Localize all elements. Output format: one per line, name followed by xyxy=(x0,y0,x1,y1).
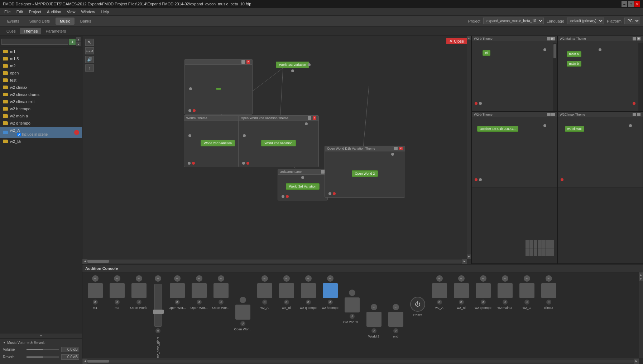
channel-fader[interactable] xyxy=(235,305,250,320)
channel-fader[interactable] xyxy=(301,283,316,298)
channel-minus[interactable]: − xyxy=(393,304,399,310)
arrow[interactable]: ↺ xyxy=(262,300,267,305)
channel-fader[interactable] xyxy=(519,283,534,298)
menu-view[interactable]: View xyxy=(64,9,78,15)
arrow-left-m1[interactable]: ↺ xyxy=(93,300,98,305)
theme-node-openworld-d1b[interactable]: Open World D1b Variation Theme ✕ Open Wo… xyxy=(325,146,405,198)
music-tool[interactable]: ♪ xyxy=(85,64,94,72)
reset-button[interactable]: ⏻ xyxy=(410,297,425,312)
channel-minus[interactable]: − xyxy=(261,275,268,282)
scroll-left-button[interactable]: ◀ xyxy=(82,259,87,264)
channel-minus[interactable]: − xyxy=(524,275,530,282)
audition-scroll-right[interactable]: ▲ ▼ xyxy=(639,272,643,358)
exclude-button[interactable] xyxy=(74,130,79,135)
scroll-up-button[interactable]: ▲ xyxy=(76,37,81,42)
channel-fader[interactable] xyxy=(170,283,185,298)
arrow-openworld[interactable]: ↺ xyxy=(136,300,141,305)
language-select[interactable]: default (primary) xyxy=(567,18,604,24)
minimize-node-button[interactable] xyxy=(321,170,325,174)
scroll-thumb[interactable] xyxy=(87,260,109,263)
right-scrollbar[interactable] xyxy=(553,43,557,111)
channel-minus-m2[interactable]: − xyxy=(114,275,120,282)
channel-minus[interactable]: − xyxy=(349,290,355,296)
scroll-right-button[interactable]: ▶ xyxy=(634,359,639,364)
channel-minus-openworld[interactable]: − xyxy=(136,275,142,282)
menu-file[interactable]: File xyxy=(1,9,14,15)
scroll-up-button[interactable]: ▲ xyxy=(467,36,471,40)
close-theme-editor-button[interactable]: ✕ Close xyxy=(446,38,467,44)
channel-minus[interactable]: − xyxy=(218,275,224,282)
tab-music[interactable]: Music xyxy=(56,18,75,25)
arrow[interactable]: ↺ xyxy=(197,300,202,305)
arrow[interactable]: ↺ xyxy=(328,300,333,305)
channel-minus-bassgiant[interactable]: − xyxy=(155,275,161,282)
scroll-down-button[interactable]: ▼ xyxy=(76,42,81,46)
volume-slider[interactable] xyxy=(27,349,59,350)
search-input[interactable] xyxy=(1,39,68,45)
sidebar-item-open[interactable]: open xyxy=(0,69,82,77)
arrow-button[interactable]: ▶ xyxy=(637,37,640,40)
arrow[interactable]: ↺ xyxy=(393,328,398,333)
channel-minus[interactable]: − xyxy=(174,275,181,282)
platform-select[interactable]: PC xyxy=(624,18,640,24)
subtab-parameters[interactable]: Parameters xyxy=(42,28,69,34)
channel-fader[interactable] xyxy=(279,283,294,298)
channel-minus[interactable]: − xyxy=(458,275,465,282)
channel-fader[interactable] xyxy=(498,283,513,298)
scroll-track[interactable] xyxy=(467,40,471,254)
channel-minus[interactable]: − xyxy=(327,275,334,282)
include-scene-checkbox[interactable] xyxy=(17,133,21,136)
scroll-track[interactable] xyxy=(87,360,634,363)
minimize-button[interactable] xyxy=(633,37,636,40)
sidebar-item-w2A[interactable]: w2_A Include in scene xyxy=(0,127,82,138)
channel-fader[interactable] xyxy=(257,283,272,298)
channel-minus[interactable]: − xyxy=(371,304,377,310)
theme-node-empty-topleft[interactable]: ✕ xyxy=(184,59,253,115)
minimize-button[interactable] xyxy=(547,113,551,116)
sidebar-item-w2qtempo[interactable]: w2 q tempo xyxy=(0,120,82,127)
vertical-scrollbar[interactable]: ▲ ▼ xyxy=(467,36,471,259)
close-node-button[interactable]: ✕ xyxy=(313,116,316,120)
sidebar-item-w2climax[interactable]: w2 climax xyxy=(0,84,82,91)
scroll-right-button[interactable]: ▶ xyxy=(462,259,467,264)
minimize-node-button[interactable] xyxy=(241,60,245,64)
menu-audition[interactable]: Audition xyxy=(44,9,64,15)
number-tool[interactable]: 1.2.3 xyxy=(85,47,94,54)
theme-node-openworld2nd[interactable]: Open World 2nd Variation Theme ✕ World 2… xyxy=(238,115,319,167)
close-node-button[interactable]: ✕ xyxy=(246,60,250,64)
scroll-track[interactable] xyxy=(87,260,462,263)
tab-events[interactable]: Events xyxy=(3,18,24,25)
scroll-up-button[interactable]: ▲ xyxy=(639,272,643,277)
channel-fader[interactable] xyxy=(541,283,556,298)
arrow[interactable]: ↺ xyxy=(175,300,180,305)
channel-minus[interactable]: − xyxy=(480,275,486,282)
sidebar-item-m15[interactable]: m1.5 xyxy=(0,55,82,62)
channel-fader[interactable] xyxy=(366,312,382,327)
arrow-button[interactable] xyxy=(637,113,640,116)
audition-scroll-bottom[interactable]: ◀ ▶ xyxy=(82,358,639,364)
channel-fader[interactable] xyxy=(192,283,207,298)
channel-fader[interactable] xyxy=(476,283,491,298)
arrow[interactable]: ↺ xyxy=(524,300,529,305)
project-select[interactable]: expand_avcon_music_beta_10 xyxy=(483,18,544,24)
arrow[interactable]: ↺ xyxy=(306,300,311,305)
sidebar-item-w2maina[interactable]: w2 main a xyxy=(0,112,82,120)
vertical-fader-m2bassgiant[interactable] xyxy=(154,284,162,327)
arrow[interactable]: ↺ xyxy=(284,300,289,305)
channel-minus-m1[interactable]: − xyxy=(92,275,99,282)
sidebar-item-m2[interactable]: m2 xyxy=(0,62,82,69)
right-scrollbar[interactable] xyxy=(638,43,643,111)
audio-tool[interactable]: 🔊 xyxy=(85,56,94,63)
arrow[interactable]: ↺ xyxy=(481,300,486,305)
subtab-themes[interactable]: Themes xyxy=(20,28,42,34)
minimize-node-button[interactable] xyxy=(394,147,398,150)
channel-fader[interactable] xyxy=(213,283,229,298)
tab-banks[interactable]: Banks xyxy=(76,18,96,25)
sidebar-item-w2Bi[interactable]: w2_Bi xyxy=(0,138,82,145)
channel-fader[interactable] xyxy=(388,312,403,327)
channel-fader[interactable] xyxy=(454,283,469,298)
channel-minus[interactable]: − xyxy=(196,275,202,282)
reverb-value[interactable] xyxy=(61,354,79,360)
maximize-button[interactable]: □ xyxy=(628,1,634,7)
theme-node-3rdgame[interactable]: 3rdGame Lane World 3rd Variation xyxy=(278,169,328,200)
